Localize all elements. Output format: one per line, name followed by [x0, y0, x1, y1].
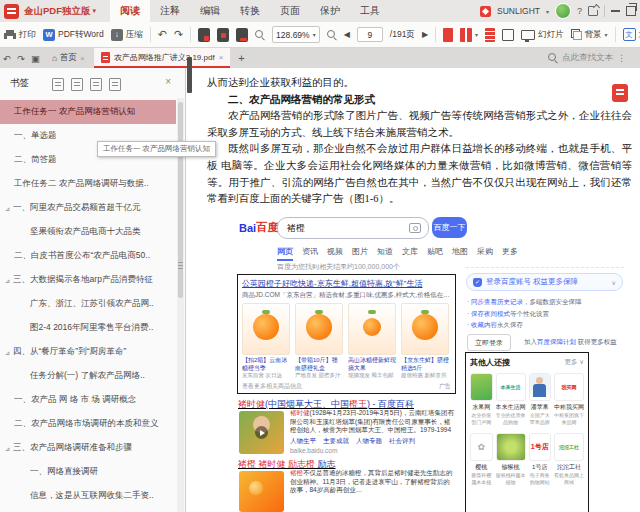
related-card[interactable]: 猕猴桃 猕猴桃科藤本植物: [496, 433, 526, 485]
benefit-link[interactable]: 保存夜间模式: [471, 310, 510, 317]
sublink[interactable]: 主要成就: [323, 437, 349, 446]
camera-icon[interactable]: [409, 223, 421, 233]
next-page-button[interactable]: ▶: [422, 30, 428, 39]
close-icon[interactable]: ×: [80, 54, 85, 63]
home-tab[interactable]: ⌂ 首页 ×: [43, 48, 94, 68]
double-page-view-button[interactable]: ▾: [460, 28, 478, 42]
expand-icon[interactable]: ⊿: [5, 277, 10, 284]
bookmark-item[interactable]: ⊿四、从“餐厅革命”到“厨房革命”: [0, 340, 176, 364]
protection-link[interactable]: 百度保障计划: [537, 338, 576, 345]
tab-news[interactable]: 资讯: [302, 246, 318, 261]
pdf-to-word-button[interactable]: W PDF转Word: [43, 29, 104, 41]
help-button[interactable]: ?: [577, 6, 582, 16]
ad-product[interactable]: 高山冰糖橙新鲜现摘大果 现摘现发 顺丰包邮: [348, 303, 396, 379]
benefit-link[interactable]: 收藏内容: [471, 321, 497, 328]
product-image[interactable]: [295, 303, 343, 355]
card-image[interactable]: 沱沱工社: [554, 433, 584, 461]
bookmark-item[interactable]: 一、农产品 网 络 市 场 调研概念: [0, 388, 176, 412]
read-mode-button[interactable]: [198, 28, 210, 42]
svip-icon[interactable]: [480, 6, 491, 17]
ribbon-tab-read[interactable]: 阅读: [110, 0, 150, 22]
ad-title-link[interactable]: 公英园橙子好吃快递-京东生鲜,超值特惠,放“鲜”生活: [242, 278, 451, 289]
tab-tieba[interactable]: 贴吧: [427, 246, 443, 261]
bookmark-tool-icon[interactable]: [90, 78, 102, 91]
ad-more-link[interactable]: 查看更多相关商品信息: [242, 382, 302, 391]
tab-image[interactable]: 图片: [352, 246, 368, 261]
result-thumbnail-image[interactable]: [239, 471, 284, 512]
product-image[interactable]: [348, 303, 396, 355]
background-button[interactable]: 背景 ▾: [571, 29, 608, 41]
expand-icon[interactable]: ⊿: [5, 445, 10, 452]
tab-caigou[interactable]: 采购: [477, 246, 493, 261]
page-number-input[interactable]: [357, 27, 383, 42]
print-button[interactable]: 打印: [4, 29, 36, 41]
baidu-search-input[interactable]: 褚橙: [277, 217, 429, 239]
related-card[interactable]: 1号店 1号店 电子商务购物网站: [529, 433, 552, 485]
logo-chevron-down-icon[interactable]: ▾: [93, 7, 97, 15]
ribbon-tab-convert[interactable]: 转换: [230, 0, 270, 22]
baidu-search-button[interactable]: 百度一下: [432, 217, 467, 238]
new-tab-button[interactable]: +: [238, 52, 244, 64]
close-panel-icon[interactable]: ×: [165, 76, 171, 87]
scrollbar-grip[interactable]: [178, 262, 183, 270]
find-text-button[interactable]: 点此查找文本 ⋮: [548, 48, 626, 68]
ribbon-tab-protect[interactable]: 保护: [310, 0, 350, 22]
prev-page-button[interactable]: ◀: [344, 30, 350, 39]
redo-icon[interactable]: ↷: [17, 53, 25, 64]
bookmark-item[interactable]: 任务分解(一) 了解农产品网络..: [0, 364, 176, 388]
product-image[interactable]: [401, 303, 449, 355]
night-mode-button[interactable]: [236, 28, 248, 42]
eye-protect-mode-button[interactable]: [217, 28, 229, 42]
related-card[interactable]: 潘苹果 全国产大苹果品牌故事: [529, 373, 552, 425]
sublink[interactable]: 人物专题: [356, 437, 382, 446]
zoom-level-dropdown[interactable]: 128.69% ▾: [272, 26, 320, 43]
compress-button[interactable]: ↓ 压缩: [111, 29, 143, 41]
word-translate-button[interactable]: 文 划词翻译: [623, 28, 640, 41]
more-link[interactable]: 更多 ∨: [564, 358, 584, 367]
ribbon-tab-annotate[interactable]: 注释: [150, 0, 190, 22]
ad-product[interactable]: 【带箱10斤】赣南脐橙礼盒 产地直发 甜蜜多汁: [295, 303, 343, 379]
card-image[interactable]: 我买网: [554, 373, 584, 401]
ribbon-tab-edit[interactable]: 编辑: [190, 0, 230, 22]
save-icon[interactable]: ▣: [31, 53, 40, 64]
sublink[interactable]: 人物生平: [290, 437, 316, 446]
avatar[interactable]: [555, 3, 571, 19]
product-image[interactable]: [242, 303, 290, 355]
ribbon-tab-page[interactable]: 页面: [270, 0, 310, 22]
bookmark-tool-icon[interactable]: [71, 78, 83, 91]
play-icon[interactable]: [255, 426, 268, 439]
ribbon-tab-tools[interactable]: 工具: [350, 0, 390, 22]
tab-map[interactable]: 地图: [452, 246, 468, 261]
baidu-login-banner[interactable]: ✓ 登录百度账号 权益更多保障 ∨: [466, 273, 623, 291]
card-image[interactable]: [529, 373, 552, 401]
bookmark-tool-icon[interactable]: [52, 78, 64, 91]
single-page-view-button[interactable]: [443, 28, 453, 42]
user-chevron-down-icon[interactable]: ▾: [546, 8, 549, 15]
bookmark-item[interactable]: 任务分解(二) 设计农产品网络调查表: [0, 508, 176, 512]
tab-video[interactable]: 视频: [327, 246, 343, 261]
bookmark-item-selected[interactable]: 工作任务一 农产品网络营销认知: [0, 100, 176, 124]
card-image[interactable]: [470, 373, 493, 401]
related-card[interactable]: 本来生活 本来生活网 专业的优质食品购物: [496, 373, 526, 425]
related-card[interactable]: ✿ 樱桃 蔷薇科樱属木本植物: [470, 433, 493, 485]
expand-icon[interactable]: ⊿: [5, 349, 10, 356]
document-tab-active[interactable]: 农产品网络推广讲义2.19.pdf ×: [94, 48, 231, 68]
card-image[interactable]: [496, 433, 526, 461]
bookmark-item[interactable]: 广东、浙江、江苏引领农产品网..: [0, 292, 176, 316]
sublink[interactable]: 社会评判: [389, 437, 415, 446]
related-card[interactable]: 水果网 农业价值型门户网站: [470, 373, 493, 425]
scrollbar-thumb[interactable]: [178, 102, 183, 298]
benefit-link[interactable]: 同步查看历史记录: [471, 298, 523, 305]
bookmark-item[interactable]: ⊿一、阿里农产品交易额首超千亿元: [0, 196, 176, 220]
restore-button[interactable]: [626, 6, 636, 16]
bookmark-item[interactable]: 二、农产品网络市场调研的本质和意义: [0, 412, 176, 436]
more-menu-icon[interactable]: ⋮: [617, 53, 626, 63]
tab-web[interactable]: 网页: [277, 246, 293, 261]
bookmark-item[interactable]: 一、网络直接调研: [0, 460, 176, 484]
sidebar-splitter-handle[interactable]: [187, 57, 192, 93]
bookmark-item[interactable]: ⊿三、农产品网络调研准备和步骤: [0, 436, 176, 460]
fullscreen-button[interactable]: [502, 29, 514, 41]
continuous-view-button[interactable]: [485, 28, 495, 42]
floating-pdf-tool-icon[interactable]: [612, 84, 628, 102]
ad-product[interactable]: 【拍2箱】云南冰糖橙当季 京东自营 次日达: [242, 303, 290, 379]
